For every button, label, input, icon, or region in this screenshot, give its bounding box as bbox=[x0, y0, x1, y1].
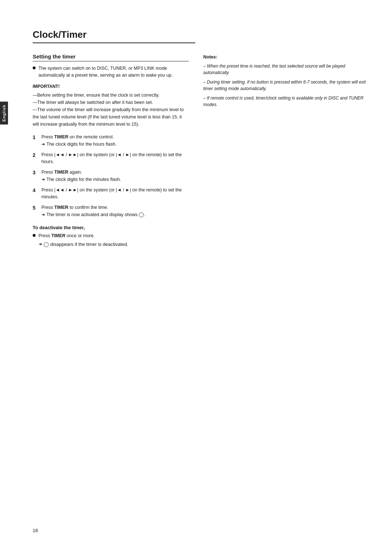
deactivate-bullet-text: Press TIMER once or more. bbox=[38, 232, 95, 239]
step-2-number: 2 bbox=[33, 151, 38, 165]
step-3-arrow-text: The clock digits for the minutes flash. bbox=[46, 176, 121, 183]
deactivate-heading: To deactivate the timer, bbox=[33, 225, 189, 230]
step-1-arrow: ➜ The clock digits for the hours flash. bbox=[41, 141, 189, 148]
note-item-1: – When the preset time is reached, the l… bbox=[203, 63, 370, 76]
important-section: IMPORTANT! —Before setting the timer, en… bbox=[33, 83, 189, 128]
arrow-icon-1: ➜ bbox=[41, 141, 45, 148]
deactivate-section: To deactivate the timer, Press TIMER onc… bbox=[33, 225, 189, 247]
step-3-arrow: ➜ The clock digits for the minutes flash… bbox=[41, 176, 189, 183]
page-number: 18 bbox=[33, 528, 38, 533]
step-3-text: Press TIMER again. bbox=[41, 169, 189, 176]
step-1-content: Press TIMER on the remote control. ➜ The… bbox=[41, 134, 189, 148]
main-content: Clock/Timer Setting the timer The system… bbox=[33, 29, 370, 247]
important-line-3: —The volume of the timer will increase g… bbox=[33, 106, 189, 128]
notes-title: Notes: bbox=[203, 53, 370, 61]
step-1: 1 Press TIMER on the remote control. ➜ T… bbox=[33, 134, 189, 148]
left-column: Setting the timer The system can switch … bbox=[33, 53, 189, 247]
step-1-arrow-text: The clock digits for the hours flash. bbox=[46, 141, 117, 148]
right-column: Notes: – When the preset time is reached… bbox=[203, 53, 370, 247]
note-item-2: – During timer setting, if no button is … bbox=[203, 79, 370, 92]
step-4: 4 Press |◄◄ / ►►| on the system (or |◄ /… bbox=[33, 187, 189, 200]
step-5-content: Press TIMER to confirm the time. ➜ The t… bbox=[41, 204, 189, 219]
page-title: Clock/Timer bbox=[33, 29, 195, 43]
step-2-text: Press |◄◄ / ►►| on the system (or |◄ / ►… bbox=[41, 151, 189, 165]
step-3: 3 Press TIMER again. ➜ The clock digits … bbox=[33, 169, 189, 183]
note-item-3: – If remote control is used, timer/clock… bbox=[203, 95, 370, 108]
arrow-icon-3: ➜ bbox=[41, 176, 45, 183]
step-3-number: 3 bbox=[33, 169, 38, 183]
steps-list: 1 Press TIMER on the remote control. ➜ T… bbox=[33, 134, 189, 219]
intro-text: The system can switch on to DISC, TUNER,… bbox=[33, 65, 189, 79]
step-5-arrow-text: The timer is now activated and display s… bbox=[46, 211, 146, 218]
intro-text-content: The system can switch on to DISC, TUNER,… bbox=[38, 65, 189, 79]
page-container: English Clock/Timer Setting the timer Th… bbox=[0, 0, 392, 555]
step-3-content: Press TIMER again. ➜ The clock digits fo… bbox=[41, 169, 189, 183]
step-1-text: Press TIMER on the remote control. bbox=[41, 134, 189, 141]
step-5: 5 Press TIMER to confirm the time. ➜ The… bbox=[33, 204, 189, 219]
deactivate-arrow-text: ◯ disappears if the timer is deactivated… bbox=[44, 242, 128, 247]
step-5-arrow: ➜ The timer is now activated and display… bbox=[41, 211, 189, 218]
arrow-icon-5: ➜ bbox=[41, 211, 45, 218]
important-line-1: —Before setting the timer, ensure that t… bbox=[33, 92, 189, 99]
section-heading: Setting the timer bbox=[33, 53, 189, 61]
bullet-icon bbox=[33, 66, 36, 69]
language-tab: English bbox=[0, 102, 8, 125]
step-2: 2 Press |◄◄ / ►►| on the system (or |◄ /… bbox=[33, 151, 189, 165]
step-5-text: Press TIMER to confirm the time. bbox=[41, 204, 189, 211]
content-columns: Setting the timer The system can switch … bbox=[33, 53, 370, 247]
step-4-number: 4 bbox=[33, 187, 38, 200]
important-line-2: —The timer will always be switched on af… bbox=[33, 99, 189, 106]
step-4-content: Press |◄◄ / ►►| on the system (or |◄ / ►… bbox=[41, 187, 189, 200]
arrow-icon-deactivate: ➜ bbox=[38, 242, 42, 247]
deactivate-bullet-row: Press TIMER once or more. bbox=[33, 232, 189, 239]
deactivate-bullet-icon bbox=[33, 234, 36, 237]
step-5-number: 5 bbox=[33, 204, 38, 219]
notes-section: Notes: – When the preset time is reached… bbox=[203, 53, 370, 108]
step-2-content: Press |◄◄ / ►►| on the system (or |◄ / ►… bbox=[41, 151, 189, 165]
deactivate-arrow: ➜ ◯ disappears if the timer is deactivat… bbox=[38, 242, 189, 247]
important-title: IMPORTANT! bbox=[33, 83, 189, 90]
step-1-number: 1 bbox=[33, 134, 38, 148]
step-4-text: Press |◄◄ / ►►| on the system (or |◄ / ►… bbox=[41, 187, 189, 200]
